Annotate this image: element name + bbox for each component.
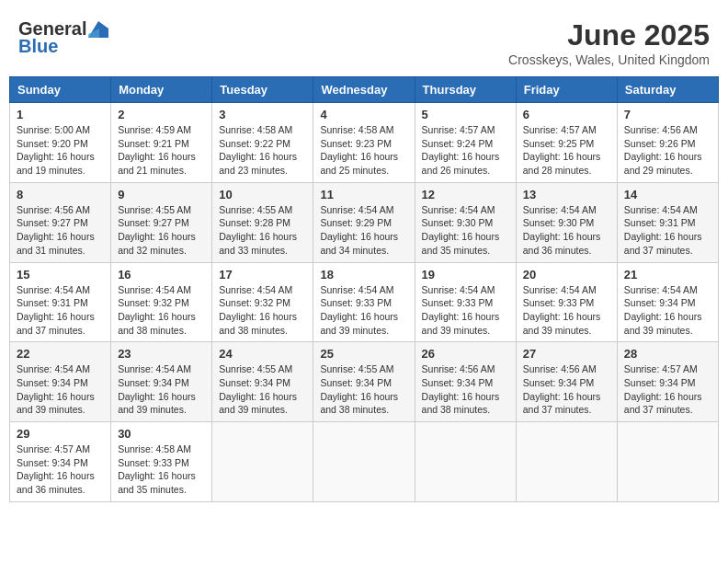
header-sunday: Sunday [10, 77, 111, 103]
logo: General Blue [18, 18, 108, 57]
calendar-cell: 30Sunrise: 4:58 AMSunset: 9:33 PMDayligh… [111, 422, 212, 502]
calendar-cell: 8Sunrise: 4:56 AMSunset: 9:27 PMDaylight… [10, 182, 111, 262]
calendar-cell: 6Sunrise: 4:57 AMSunset: 9:25 PMDaylight… [516, 103, 617, 183]
day-info: Sunrise: 4:54 AMSunset: 9:33 PMDaylight:… [422, 283, 509, 338]
day-number: 15 [17, 268, 104, 282]
day-number: 19 [422, 268, 509, 282]
calendar-cell: 29Sunrise: 4:57 AMSunset: 9:34 PMDayligh… [10, 422, 111, 502]
day-number: 26 [422, 347, 509, 361]
calendar-cell: 13Sunrise: 4:54 AMSunset: 9:30 PMDayligh… [516, 182, 617, 262]
header-wednesday: Wednesday [313, 77, 415, 103]
calendar-cell: 24Sunrise: 4:55 AMSunset: 9:34 PMDayligh… [212, 342, 313, 422]
calendar-cell [516, 422, 617, 502]
day-number: 21 [624, 268, 711, 282]
day-number: 6 [523, 108, 610, 121]
calendar-cell: 2Sunrise: 4:59 AMSunset: 9:21 PMDaylight… [111, 103, 212, 183]
page-header: General Blue June 2025 Crosskeys, Wales,… [9, 9, 719, 72]
day-info: Sunrise: 4:54 AMSunset: 9:30 PMDaylight:… [422, 203, 509, 258]
calendar-week-row: 15Sunrise: 4:54 AMSunset: 9:31 PMDayligh… [10, 262, 719, 342]
calendar-week-row: 1Sunrise: 5:00 AMSunset: 9:20 PMDaylight… [10, 103, 719, 183]
calendar-cell [313, 422, 415, 502]
header-thursday: Thursday [415, 77, 516, 103]
calendar-cell: 1Sunrise: 5:00 AMSunset: 9:20 PMDaylight… [10, 103, 111, 183]
day-number: 25 [320, 347, 407, 361]
day-number: 18 [320, 268, 407, 282]
day-number: 16 [118, 268, 205, 282]
day-number: 24 [219, 347, 306, 361]
day-number: 3 [219, 108, 306, 121]
day-number: 23 [118, 347, 205, 361]
day-info: Sunrise: 5:00 AMSunset: 9:20 PMDaylight:… [17, 123, 104, 178]
logo-icon [88, 21, 108, 38]
logo-blue-text: Blue [18, 36, 58, 57]
day-info: Sunrise: 4:54 AMSunset: 9:33 PMDaylight:… [523, 283, 610, 338]
calendar-cell: 3Sunrise: 4:58 AMSunset: 9:22 PMDaylight… [212, 103, 313, 183]
day-info: Sunrise: 4:54 AMSunset: 9:31 PMDaylight:… [17, 283, 104, 338]
day-info: Sunrise: 4:57 AMSunset: 9:24 PMDaylight:… [422, 123, 509, 178]
calendar-cell: 9Sunrise: 4:55 AMSunset: 9:27 PMDaylight… [111, 182, 212, 262]
day-info: Sunrise: 4:57 AMSunset: 9:34 PMDaylight:… [624, 362, 711, 417]
day-info: Sunrise: 4:54 AMSunset: 9:34 PMDaylight:… [118, 362, 205, 417]
day-number: 30 [118, 427, 205, 441]
day-info: Sunrise: 4:57 AMSunset: 9:34 PMDaylight:… [17, 442, 104, 497]
day-number: 14 [624, 188, 711, 201]
day-info: Sunrise: 4:55 AMSunset: 9:34 PMDaylight:… [320, 362, 407, 417]
calendar-cell: 18Sunrise: 4:54 AMSunset: 9:33 PMDayligh… [313, 262, 415, 342]
day-info: Sunrise: 4:54 AMSunset: 9:31 PMDaylight:… [624, 203, 711, 258]
calendar-cell: 12Sunrise: 4:54 AMSunset: 9:30 PMDayligh… [415, 182, 516, 262]
day-number: 28 [624, 347, 711, 361]
calendar-cell [617, 422, 718, 502]
main-title: June 2025 [508, 18, 710, 52]
calendar-week-row: 22Sunrise: 4:54 AMSunset: 9:34 PMDayligh… [10, 342, 719, 422]
title-area: June 2025 Crosskeys, Wales, United Kingd… [508, 18, 710, 67]
calendar-cell: 28Sunrise: 4:57 AMSunset: 9:34 PMDayligh… [617, 342, 718, 422]
day-info: Sunrise: 4:55 AMSunset: 9:34 PMDaylight:… [219, 362, 306, 417]
day-info: Sunrise: 4:56 AMSunset: 9:34 PMDaylight:… [422, 362, 509, 417]
calendar-cell: 11Sunrise: 4:54 AMSunset: 9:29 PMDayligh… [313, 182, 415, 262]
calendar-cell: 22Sunrise: 4:54 AMSunset: 9:34 PMDayligh… [10, 342, 111, 422]
day-number: 10 [219, 188, 306, 201]
day-info: Sunrise: 4:54 AMSunset: 9:32 PMDaylight:… [219, 283, 306, 338]
day-info: Sunrise: 4:58 AMSunset: 9:33 PMDaylight:… [118, 442, 205, 497]
subtitle: Crosskeys, Wales, United Kingdom [508, 52, 710, 67]
calendar-table: SundayMondayTuesdayWednesdayThursdayFrid… [9, 76, 719, 502]
calendar-header-row: SundayMondayTuesdayWednesdayThursdayFrid… [10, 77, 719, 103]
day-info: Sunrise: 4:54 AMSunset: 9:29 PMDaylight:… [320, 203, 407, 258]
calendar-cell: 15Sunrise: 4:54 AMSunset: 9:31 PMDayligh… [10, 262, 111, 342]
day-number: 22 [17, 347, 104, 361]
day-number: 20 [523, 268, 610, 282]
calendar-cell [415, 422, 516, 502]
day-number: 27 [523, 347, 610, 361]
calendar-cell: 23Sunrise: 4:54 AMSunset: 9:34 PMDayligh… [111, 342, 212, 422]
calendar-cell: 27Sunrise: 4:56 AMSunset: 9:34 PMDayligh… [516, 342, 617, 422]
calendar-cell [212, 422, 313, 502]
day-info: Sunrise: 4:58 AMSunset: 9:22 PMDaylight:… [219, 123, 306, 178]
calendar-cell: 25Sunrise: 4:55 AMSunset: 9:34 PMDayligh… [313, 342, 415, 422]
calendar-cell: 10Sunrise: 4:55 AMSunset: 9:28 PMDayligh… [212, 182, 313, 262]
calendar-cell: 19Sunrise: 4:54 AMSunset: 9:33 PMDayligh… [415, 262, 516, 342]
header-monday: Monday [111, 77, 212, 103]
day-info: Sunrise: 4:54 AMSunset: 9:33 PMDaylight:… [320, 283, 407, 338]
day-info: Sunrise: 4:56 AMSunset: 9:34 PMDaylight:… [523, 362, 610, 417]
day-number: 9 [118, 188, 205, 201]
calendar-cell: 7Sunrise: 4:56 AMSunset: 9:26 PMDaylight… [617, 103, 718, 183]
day-number: 17 [219, 268, 306, 282]
day-info: Sunrise: 4:55 AMSunset: 9:28 PMDaylight:… [219, 203, 306, 258]
day-number: 8 [17, 188, 104, 201]
day-info: Sunrise: 4:55 AMSunset: 9:27 PMDaylight:… [118, 203, 205, 258]
day-number: 1 [17, 108, 104, 121]
day-number: 4 [320, 108, 407, 121]
day-info: Sunrise: 4:54 AMSunset: 9:34 PMDaylight:… [17, 362, 104, 417]
calendar-cell: 21Sunrise: 4:54 AMSunset: 9:34 PMDayligh… [617, 262, 718, 342]
day-info: Sunrise: 4:56 AMSunset: 9:26 PMDaylight:… [624, 123, 711, 178]
day-number: 12 [422, 188, 509, 201]
header-friday: Friday [516, 77, 617, 103]
calendar-cell: 4Sunrise: 4:58 AMSunset: 9:23 PMDaylight… [313, 103, 415, 183]
calendar-week-row: 29Sunrise: 4:57 AMSunset: 9:34 PMDayligh… [10, 422, 719, 502]
day-info: Sunrise: 4:54 AMSunset: 9:32 PMDaylight:… [118, 283, 205, 338]
calendar-week-row: 8Sunrise: 4:56 AMSunset: 9:27 PMDaylight… [10, 182, 719, 262]
day-info: Sunrise: 4:54 AMSunset: 9:34 PMDaylight:… [624, 283, 711, 338]
calendar-cell: 16Sunrise: 4:54 AMSunset: 9:32 PMDayligh… [111, 262, 212, 342]
calendar-cell: 20Sunrise: 4:54 AMSunset: 9:33 PMDayligh… [516, 262, 617, 342]
header-tuesday: Tuesday [212, 77, 313, 103]
